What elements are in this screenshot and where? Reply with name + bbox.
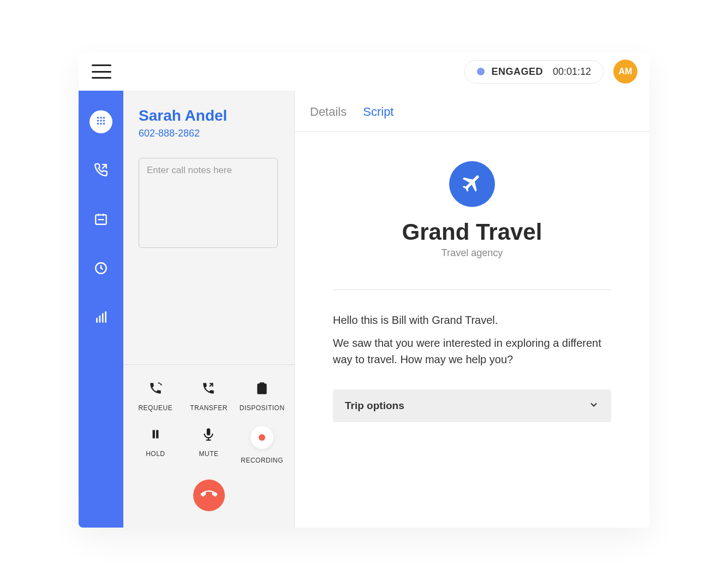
- requeue-button[interactable]: REQUEUE: [131, 380, 180, 412]
- clipboard-icon: [254, 380, 270, 396]
- clock-icon: [94, 261, 108, 277]
- avatar-initials: AM: [619, 67, 632, 76]
- trip-options-accordion[interactable]: Trip options: [333, 389, 611, 422]
- company-logo: [449, 161, 495, 207]
- recording-button[interactable]: RECORDING: [237, 426, 287, 464]
- mute-button[interactable]: MUTE: [184, 426, 233, 464]
- record-icon: [250, 426, 273, 449]
- svg-point-0: [97, 117, 99, 119]
- svg-point-5: [103, 120, 105, 122]
- header-right: ENGAGED 00:01:12 AM: [464, 60, 637, 84]
- sidebar-item-outgoing[interactable]: [89, 159, 112, 182]
- company-name: Grand Travel: [402, 219, 542, 245]
- transfer-button[interactable]: TRANSFER: [184, 380, 233, 412]
- sidebar-item-calendar[interactable]: [89, 209, 112, 232]
- status-dot-icon: [477, 68, 485, 75]
- company-header: Grand Travel Travel agency: [333, 161, 611, 259]
- bar-chart-icon: [94, 310, 108, 327]
- svg-point-6: [97, 123, 99, 125]
- dialpad-icon: [95, 115, 107, 129]
- disposition-button[interactable]: DISPOSITION: [237, 380, 287, 412]
- status-label: ENGAGED: [491, 66, 543, 78]
- svg-point-7: [100, 123, 102, 125]
- call-controls: REQUEUE TRANSFER DISPOSITION: [123, 364, 294, 528]
- calendar-icon: [94, 212, 108, 228]
- sidebar-item-dialpad[interactable]: [89, 110, 112, 133]
- tabs: Details Script: [295, 91, 649, 132]
- phone-out-icon: [94, 163, 108, 179]
- menu-button[interactable]: [92, 64, 111, 79]
- script-content: Grand Travel Travel agency Hello this is…: [295, 132, 649, 528]
- sidebar: [79, 91, 123, 528]
- sidebar-item-stats[interactable]: [89, 307, 112, 330]
- transfer-label: TRANSFER: [190, 404, 228, 412]
- chevron-down-icon: [588, 399, 599, 412]
- pause-icon: [147, 426, 164, 442]
- transfer-icon: [200, 380, 217, 396]
- header: ENGAGED 00:01:12 AM: [79, 52, 649, 91]
- svg-rect-19: [152, 430, 154, 438]
- accordion-title: Trip options: [345, 400, 404, 412]
- call-notes-input[interactable]: [139, 158, 278, 248]
- tab-details[interactable]: Details: [310, 105, 347, 131]
- caller-name: Sarah Andel: [139, 107, 279, 125]
- hold-label: HOLD: [146, 450, 165, 458]
- main-panel: Details Script Grand Travel Travel agenc…: [295, 91, 649, 528]
- status-pill[interactable]: ENGAGED 00:01:12: [464, 60, 604, 84]
- svg-point-4: [100, 120, 102, 122]
- svg-point-8: [103, 123, 105, 125]
- hangup-button[interactable]: [193, 480, 225, 511]
- plane-icon: [461, 171, 484, 197]
- divider: [333, 289, 611, 290]
- recording-label: RECORDING: [241, 457, 283, 464]
- script-text: Hello this is Bill with Grand Travel. We…: [333, 312, 611, 368]
- hold-button[interactable]: HOLD: [131, 426, 180, 464]
- tab-script[interactable]: Script: [363, 105, 393, 131]
- status-timer: 00:01:12: [553, 66, 591, 78]
- script-followup: We saw that you were interested in explo…: [333, 335, 611, 368]
- requeue-label: REQUEUE: [138, 404, 172, 412]
- avatar[interactable]: AM: [613, 60, 637, 84]
- svg-point-2: [103, 117, 105, 119]
- script-greeting: Hello this is Bill with Grand Travel.: [333, 312, 611, 328]
- svg-rect-18: [260, 382, 265, 384]
- caller-phone: 602-888-2862: [139, 128, 279, 139]
- requeue-icon: [147, 380, 164, 396]
- sidebar-item-history[interactable]: [89, 258, 112, 281]
- app-frame: ENGAGED 00:01:12 AM: [79, 52, 649, 528]
- mute-label: MUTE: [199, 450, 218, 458]
- phone-hangup-icon: [201, 486, 217, 505]
- svg-rect-20: [156, 430, 158, 438]
- call-panel: Sarah Andel 602-888-2862 REQUEUE: [123, 91, 295, 528]
- company-type: Travel agency: [441, 247, 503, 259]
- mic-icon: [200, 426, 217, 442]
- disposition-label: DISPOSITION: [240, 404, 285, 412]
- svg-point-1: [100, 117, 102, 119]
- svg-point-3: [97, 120, 99, 122]
